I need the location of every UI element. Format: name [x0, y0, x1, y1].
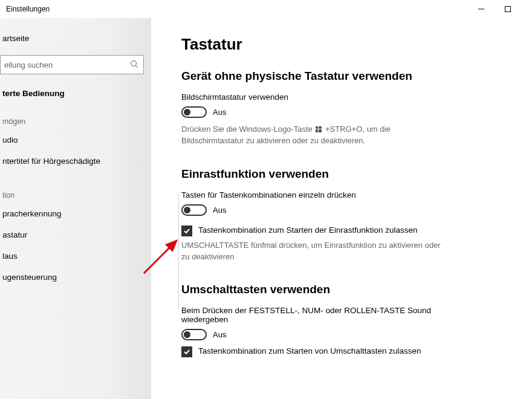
search-placeholder: ellung suchen — [4, 60, 130, 70]
sidebar: artseite ellung suchen terte Bedienung m… — [0, 18, 151, 399]
setting-label: Tasten für Tastenkombinationen einzeln d… — [181, 190, 514, 199]
toggle-onscreen-keyboard[interactable] — [181, 106, 207, 118]
checkbox-togglekeys-shortcut[interactable] — [181, 346, 192, 357]
category-heading: terte Bedienung — [2, 89, 151, 98]
page-title: Tastatur — [181, 35, 514, 54]
hint-text: UMSCHALTTASTE fünfmal drücken, um Einras… — [181, 240, 447, 263]
svg-rect-7 — [319, 129, 322, 132]
checkbox-sticky-shortcut[interactable] — [181, 225, 192, 236]
svg-line-3 — [136, 65, 138, 68]
nav-item-audio[interactable]: udio — [0, 129, 151, 151]
setting-label: Bildschirmtastatur verwenden — [181, 92, 514, 102]
content-pane: Tastatur Gerät ohne physische Tastatur v… — [151, 18, 532, 399]
group-label-1: tion — [2, 191, 151, 199]
windows-logo-icon — [316, 126, 322, 132]
titlebar: Einstellungen — [0, 0, 532, 18]
section-sticky-keys: Einrastfunktion verwenden Tasten für Tas… — [181, 167, 514, 263]
hint-text: Drücken Sie die Windows-Logo-Taste +STRG… — [181, 124, 447, 147]
svg-point-2 — [131, 60, 137, 66]
nav-item-speech[interactable]: pracherkennung — [0, 203, 151, 224]
svg-rect-4 — [316, 126, 318, 129]
nav-item-mouse[interactable]: laus — [0, 245, 151, 267]
maximize-button[interactable] — [495, 0, 521, 18]
section-heading: Umschalttasten verwenden — [181, 283, 514, 296]
minimize-button[interactable] — [468, 0, 495, 18]
svg-rect-5 — [319, 126, 322, 129]
toggle-state-label: Aus — [213, 206, 226, 215]
svg-rect-6 — [316, 129, 318, 132]
toggle-toggle-keys[interactable] — [181, 329, 207, 340]
nav-item-captions[interactable]: ntertitel für Hörgeschädigte — [0, 151, 151, 172]
window-title: Einstellungen — [6, 5, 468, 13]
search-icon — [130, 60, 138, 70]
vertical-divider — [178, 193, 179, 308]
home-link[interactable]: artseite — [0, 29, 151, 48]
toggle-state-label: Aus — [213, 108, 226, 117]
checkbox-label: Tastenkombination zum Starten von Umscha… — [198, 346, 421, 355]
section-onscreen-keyboard: Gerät ohne physische Tastatur verwenden … — [181, 70, 514, 147]
checkbox-label: Tastenkombination zum Starten der Einras… — [198, 225, 417, 235]
svg-rect-1 — [505, 7, 511, 12]
group-label-0: mögen — [2, 117, 151, 126]
section-heading: Gerät ohne physische Tastatur verwenden — [181, 70, 514, 83]
search-input[interactable]: ellung suchen — [0, 55, 144, 74]
close-spacer — [521, 0, 532, 18]
section-heading: Einrastfunktion verwenden — [181, 167, 514, 181]
toggle-state-label: Aus — [213, 330, 226, 339]
setting-label: Beim Drücken der FESTSTELL-, NUM- oder R… — [181, 306, 447, 324]
toggle-sticky-keys[interactable] — [181, 204, 207, 216]
nav-item-keyboard[interactable]: astatur — [0, 224, 151, 245]
nav-item-eyetracking[interactable]: ugensteuerung — [0, 267, 151, 288]
section-toggle-keys: Umschalttasten verwenden Beim Drücken de… — [181, 283, 514, 357]
